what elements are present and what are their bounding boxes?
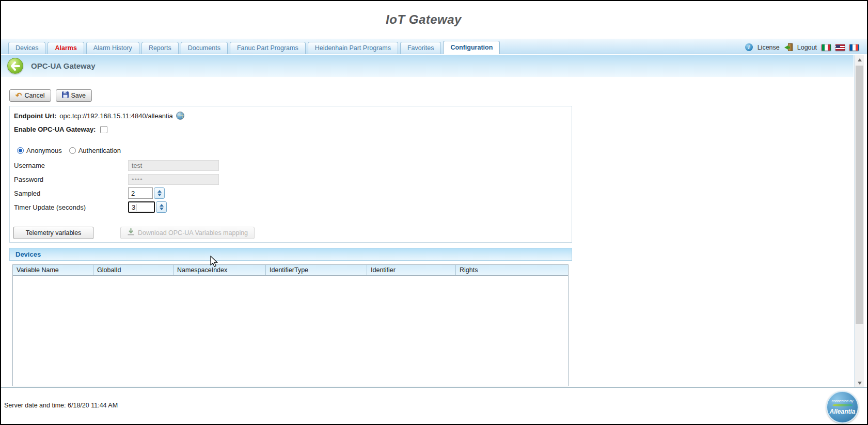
auth-mode-row: Anonymous Authentication: [17, 147, 121, 154]
download-mapping-label: Download OPC-UA Variables mapping: [138, 229, 248, 237]
scroll-down-button[interactable]: [855, 379, 864, 387]
server-time: Server date and time: 6/18/20 11:44 AM: [4, 402, 118, 409]
spin-up-icon[interactable]: [160, 204, 164, 207]
timer-update-spinner[interactable]: [156, 201, 167, 213]
tab-favorites[interactable]: Favorites: [400, 42, 441, 54]
back-button[interactable]: [7, 58, 23, 74]
column-header-identifiertype[interactable]: IdentifierType: [266, 265, 367, 275]
page-title: IoT Gateway: [1, 12, 846, 27]
authentication-radio[interactable]: [69, 147, 76, 154]
spin-up-icon[interactable]: [157, 190, 162, 193]
timer-update-input[interactable]: 3: [128, 201, 155, 213]
save-button[interactable]: Save: [56, 89, 92, 102]
badge-line2: Alleantia: [829, 408, 855, 415]
footer: Server date and time: 6/18/20 11:44 AM c…: [1, 387, 867, 424]
badge-swoosh-icon: [832, 404, 853, 406]
italy-flag-icon[interactable]: [822, 44, 831, 51]
devices-section-title: Devices: [15, 250, 41, 258]
tab-reports[interactable]: Reports: [141, 42, 179, 54]
sampled-label: Sampled: [14, 190, 128, 197]
undo-icon: ↶: [15, 93, 22, 98]
devices-table: Variable Name GlobalId NamespaceIndex Id…: [12, 264, 569, 386]
save-button-label: Save: [71, 92, 86, 99]
devices-table-header: Variable Name GlobalId NamespaceIndex Id…: [13, 265, 568, 276]
mouse-cursor-icon: [210, 256, 219, 270]
timer-update-value: 3: [132, 203, 135, 211]
authentication-radio-label: Authentication: [78, 147, 121, 154]
alleantia-badge[interactable]: connected by Alleantia: [826, 391, 859, 423]
enable-gateway-checkbox[interactable]: [100, 126, 107, 133]
server-time-label: Server date and time:: [4, 402, 66, 409]
sampled-input[interactable]: 2: [128, 187, 153, 199]
france-flag-icon[interactable]: [849, 44, 859, 51]
main-tabbar: Devices Alarms Alarm History Reports Doc…: [1, 39, 867, 54]
anonymous-radio-label: Anonymous: [26, 147, 62, 154]
tab-fanuc-part-programs[interactable]: Fanuc Part Programs: [230, 42, 306, 54]
devices-section-header: Devices: [9, 248, 572, 261]
timer-update-row: Timer Update (seconds) 3: [14, 201, 167, 213]
column-header-globalid[interactable]: GlobalId: [93, 265, 173, 275]
endpoint-url-label: Endpoint Url:: [14, 112, 56, 120]
vertical-scrollbar[interactable]: [855, 55, 864, 387]
download-mapping-button[interactable]: Download OPC-UA Variables mapping: [120, 227, 255, 239]
anonymous-radio[interactable]: [17, 147, 24, 154]
timer-update-label: Timer Update (seconds): [14, 203, 128, 211]
floppy-disk-icon: [62, 91, 69, 100]
tab-alarms[interactable]: Alarms: [48, 42, 84, 54]
sampled-row: Sampled 2: [14, 187, 165, 199]
tab-configuration[interactable]: Configuration: [443, 41, 500, 54]
logout-icon: [784, 43, 793, 51]
password-label: Password: [14, 176, 128, 183]
spin-down-icon[interactable]: [160, 208, 164, 210]
content-right-border: [854, 55, 855, 387]
tabbar-actions: i License Logout: [745, 43, 867, 54]
text-caret: [136, 204, 136, 211]
password-field[interactable]: [128, 174, 219, 185]
tab-devices[interactable]: Devices: [8, 42, 45, 54]
logout-link[interactable]: Logout: [797, 44, 817, 51]
username-label: Username: [14, 162, 128, 169]
license-link[interactable]: License: [757, 44, 780, 51]
badge-line1: connected by: [832, 399, 854, 403]
usa-flag-icon[interactable]: [835, 44, 845, 51]
arrow-up-icon: [858, 58, 862, 61]
sampled-spinner[interactable]: [154, 187, 165, 199]
sampled-value: 2: [131, 190, 135, 197]
section-header: OPC-UA Gateway: [1, 55, 854, 77]
scrollbar-thumb[interactable]: [856, 66, 863, 324]
enable-gateway-row: Enable OPC-UA Gateway:: [14, 125, 107, 133]
username-row: Username: [14, 160, 219, 171]
enable-gateway-label: Enable OPC-UA Gateway:: [14, 125, 96, 133]
section-title: OPC-UA Gateway: [31, 61, 95, 70]
endpoint-row: Endpoint Url: opc.tcp://192.168.15.11:48…: [14, 112, 184, 120]
password-row: Password: [14, 174, 219, 185]
username-field[interactable]: [128, 160, 219, 171]
server-time-value: 6/18/20 11:44 AM: [68, 402, 118, 409]
scroll-up-button[interactable]: [855, 55, 864, 64]
cancel-button-label: Cancel: [25, 92, 45, 99]
column-header-identifier[interactable]: Identifier: [367, 265, 456, 275]
spin-down-icon[interactable]: [157, 194, 162, 196]
column-header-namespaceindex[interactable]: NamespaceIndex: [173, 265, 266, 275]
tab-heidenhain-part-programs[interactable]: Heidenhain Part Programs: [308, 42, 398, 54]
license-info-icon: i: [745, 43, 753, 51]
toolbar: ↶ Cancel Save: [9, 89, 92, 102]
opcua-settings-panel: Endpoint Url: opc.tcp://192.168.15.11:48…: [9, 106, 572, 243]
arrow-down-icon: [858, 382, 862, 385]
globe-icon: [176, 112, 184, 120]
column-header-variable-name[interactable]: Variable Name: [13, 265, 93, 275]
tab-documents[interactable]: Documents: [181, 42, 228, 54]
column-header-rights[interactable]: Rights: [456, 265, 568, 275]
endpoint-url-value: opc.tcp://192.168.15.11:4840/alleantia: [59, 112, 173, 120]
telemetry-variables-button[interactable]: Telemetry variables: [13, 227, 93, 239]
browser-viewport: IoT Gateway Devices Alarms Alarm History…: [0, 0, 868, 425]
download-icon: [127, 228, 135, 238]
cancel-button[interactable]: ↶ Cancel: [9, 89, 51, 102]
tab-alarm-history[interactable]: Alarm History: [86, 42, 139, 54]
